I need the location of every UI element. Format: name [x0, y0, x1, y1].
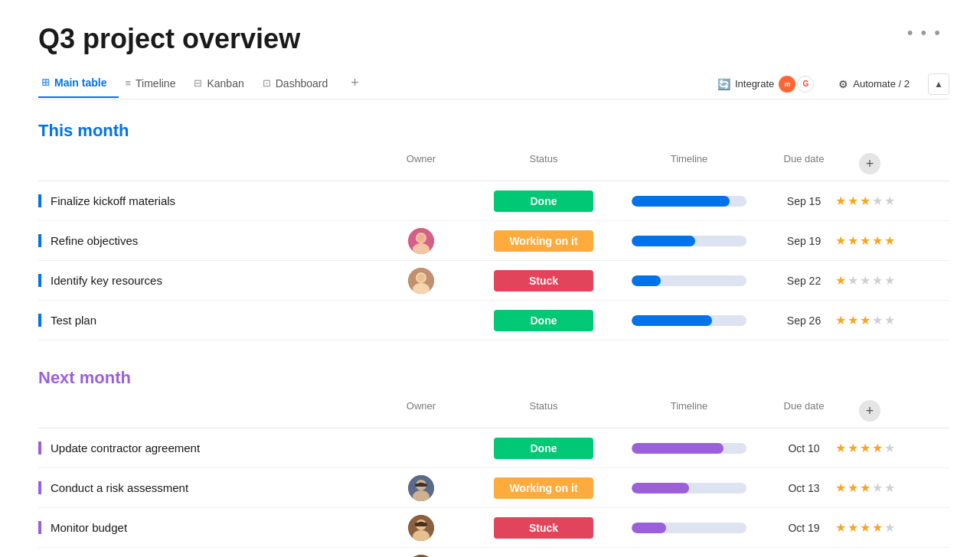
svg-point-16 [408, 555, 434, 558]
owner-avatar-empty [408, 435, 434, 461]
star-2: ★ [848, 273, 858, 288]
tab-kanban[interactable]: ⊟ Kanban [191, 71, 256, 97]
timeline-cell [620, 275, 758, 286]
status-cell[interactable]: Stuck [467, 517, 620, 539]
star-5: ★ [884, 194, 895, 208]
header-duedate: Due date [758, 400, 850, 422]
table-row: Finalize kickoff materials Done Sep 15 ★… [38, 181, 949, 221]
tab-timeline[interactable]: ≡ Timeline [122, 71, 188, 97]
star-4: ★ [872, 313, 883, 327]
star-4: ★ [872, 441, 883, 455]
owner-cell [375, 515, 467, 541]
status-cell[interactable]: Done [467, 310, 620, 331]
status-cell[interactable]: Working on it [467, 477, 620, 499]
task-name: Finalize kickoff materials [51, 194, 175, 207]
table-icon: ⊞ [41, 77, 50, 88]
row-border [38, 314, 41, 327]
task-name: Conduct a risk assessment [51, 481, 188, 494]
header-task [38, 400, 375, 422]
owner-cell [375, 188, 467, 214]
status-badge-done[interactable]: Done [494, 438, 593, 459]
kanban-icon: ⊟ [194, 77, 202, 89]
svg-point-7 [417, 274, 425, 282]
status-badge-done[interactable]: Done [494, 310, 593, 331]
star-1: ★ [835, 273, 846, 288]
timeline-bar [632, 483, 746, 493]
status-badge-working[interactable]: Working on it [494, 230, 593, 252]
row-border [38, 274, 41, 287]
status-cell[interactable]: Stuck [467, 270, 620, 292]
header-timeline: Timeline [620, 153, 758, 174]
status-badge-stuck[interactable]: Stuck [494, 270, 593, 292]
star-2: ★ [848, 480, 858, 495]
timeline-bar [632, 236, 746, 246]
timeline-bar [632, 315, 746, 326]
tab-main-table[interactable]: ⊞ Main table [38, 70, 119, 98]
status-badge-stuck[interactable]: Stuck [494, 517, 593, 539]
star-3: ★ [860, 194, 871, 208]
priority-cell: ★ ★ ★ ★ ★ [850, 480, 880, 495]
row-border [38, 481, 41, 494]
status-cell[interactable]: Done [467, 438, 620, 459]
more-options-button[interactable]: • • • [907, 23, 942, 43]
add-column-button[interactable]: + [859, 153, 880, 174]
integrate-icon: 🔄 [717, 78, 730, 90]
header-owner: Owner [375, 400, 467, 422]
timeline-cell [620, 523, 758, 533]
star-1: ★ [835, 441, 846, 455]
header-status: Status [467, 400, 620, 422]
timeline-bar [632, 275, 746, 286]
table-row: Develop communication plan Done [38, 548, 949, 557]
row-border [38, 521, 41, 534]
tabs-bar: ⊞ Main table ≡ Timeline ⊟ Kanban ⊡ Dashb… [38, 69, 949, 99]
timeline-cell [620, 315, 758, 326]
task-name: Test plan [51, 314, 96, 327]
timeline-cell [620, 483, 758, 493]
priority-cell: ★ ★ ★ ★ ★ [850, 273, 880, 288]
timeline-fill [632, 443, 724, 454]
header-task [38, 153, 375, 174]
star-2: ★ [848, 313, 858, 327]
owner-avatar [408, 268, 434, 294]
timeline-cell [620, 236, 758, 246]
star-5: ★ [884, 520, 895, 535]
task-cell: Identify key resources [38, 274, 375, 287]
table-row: Test plan Done Sep 26 ★ ★ ★ [38, 301, 949, 340]
star-2: ★ [848, 233, 858, 248]
collapse-button[interactable]: ▲ [928, 73, 949, 95]
row-border [38, 234, 41, 247]
task-cell: Update contractor agreement [38, 441, 375, 454]
task-cell: Monitor budget [38, 521, 375, 534]
owner-avatar-empty [408, 188, 434, 214]
star-1: ★ [835, 194, 846, 208]
svg-rect-15 [415, 523, 427, 526]
owner-avatar [408, 555, 434, 558]
header-timeline: Timeline [620, 400, 758, 422]
status-badge-working[interactable]: Working on it [494, 477, 593, 499]
gmail-icon: G [797, 76, 814, 93]
status-cell[interactable]: Done [467, 191, 620, 212]
star-2: ★ [848, 520, 858, 535]
timeline-bar [632, 443, 746, 454]
status-cell[interactable]: Working on it [467, 230, 620, 252]
owner-cell [375, 475, 467, 501]
star-4: ★ [872, 233, 883, 248]
priority-cell: ★ ★ ★ ★ ★ [850, 520, 880, 535]
table-row: Identify key resources Stuck [38, 261, 949, 301]
owner-cell [375, 435, 467, 461]
timeline-fill [632, 315, 712, 326]
timeline-fill [632, 196, 730, 207]
timeline-fill [632, 523, 666, 533]
add-tab-button[interactable]: + [343, 69, 367, 99]
add-column-button-next[interactable]: + [859, 400, 880, 422]
priority-cell: ★ ★ ★ ★ ★ [850, 233, 880, 248]
integrate-button[interactable]: 🔄 Integrate m G [711, 73, 820, 96]
star-5: ★ [884, 441, 895, 455]
task-name: Identify key resources [51, 274, 162, 287]
star-4: ★ [872, 520, 883, 535]
row-border [38, 194, 41, 207]
star-1: ★ [835, 233, 846, 248]
tab-dashboard[interactable]: ⊡ Dashboard [260, 71, 341, 97]
status-badge-done[interactable]: Done [494, 191, 593, 212]
automate-button[interactable]: ⚙ Automate / 2 [832, 75, 916, 93]
